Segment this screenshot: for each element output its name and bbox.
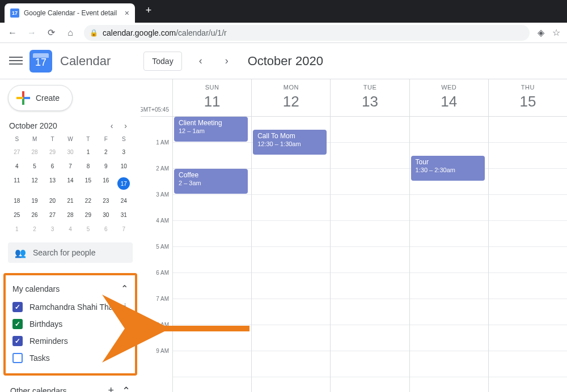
mini-day[interactable]: 29 — [79, 208, 97, 221]
mini-day[interactable]: 11 — [8, 174, 26, 193]
mini-day[interactable]: 17 — [115, 174, 133, 193]
day-header[interactable]: SUN11 — [172, 79, 251, 116]
mini-day[interactable]: 19 — [26, 194, 43, 207]
calendar-grid: GMT+05:45 SUN11MON12TUE13WED14THU15 1 AM… — [141, 79, 567, 392]
star-icon[interactable]: ☆ — [552, 27, 560, 38]
menu-icon[interactable] — [9, 54, 23, 68]
hour-label: 4 AM — [141, 218, 172, 244]
browser-tab[interactable]: 17 Google Calendar - Event detail × — [5, 3, 135, 23]
calendar-label: Ramchandra Shahi Thakuri — [29, 302, 126, 312]
my-calendars-toggle[interactable]: My calendars ⌃ — [10, 281, 130, 299]
mini-day[interactable]: 16 — [97, 174, 115, 193]
lock-icon: 🔒 — [90, 29, 98, 37]
mini-day[interactable]: 30 — [97, 208, 115, 221]
forward-icon[interactable]: → — [26, 28, 37, 38]
calendar-event[interactable]: Call To Mom12:30 – 1:30am — [253, 130, 327, 155]
calendar-logo-icon: 17 — [29, 50, 52, 73]
event-time: 12:30 – 1:30am — [257, 140, 322, 147]
sidebar: Create October 2020 ‹ › SMTWTFS272829301… — [0, 79, 141, 392]
calendar-item[interactable]: Reminders — [10, 333, 130, 350]
mini-day[interactable]: 9 — [97, 160, 115, 173]
mini-day[interactable]: 22 — [79, 194, 97, 207]
search-people-input[interactable]: 👥 Search for people — [8, 242, 133, 263]
people-icon: 👥 — [15, 248, 26, 258]
new-tab-button[interactable]: + — [141, 2, 156, 18]
mini-day[interactable]: 2 — [97, 146, 115, 159]
mini-day[interactable]: 31 — [115, 208, 133, 221]
calendar-event[interactable]: Coffee2 – 3am — [174, 169, 248, 194]
mini-day[interactable]: 4 — [61, 223, 79, 236]
calendar-event[interactable]: Tour1:30 – 2:30am — [411, 156, 485, 181]
mini-next-icon[interactable]: › — [120, 119, 132, 133]
calendar-checkbox[interactable] — [12, 353, 23, 363]
day-name: THU — [489, 84, 567, 91]
prev-period-icon[interactable]: ‹ — [193, 52, 208, 70]
mini-day[interactable]: 8 — [79, 160, 97, 173]
hour-label: 7 AM — [141, 296, 172, 322]
calendar-checkbox[interactable] — [12, 319, 23, 329]
extension-icon[interactable]: ◈ — [538, 27, 544, 38]
chevron-up-icon[interactable]: ⌃ — [122, 385, 130, 392]
mini-day[interactable]: 20 — [44, 194, 61, 207]
mini-day[interactable]: 7 — [115, 223, 133, 236]
day-column[interactable] — [488, 117, 567, 392]
mini-day[interactable]: 23 — [97, 194, 115, 207]
address-bar[interactable]: 🔒 calendar.google.com/calendar/u/1/r — [84, 25, 530, 41]
day-number: 15 — [489, 93, 567, 110]
mini-day[interactable]: 2 — [26, 223, 43, 236]
day-header[interactable]: MON12 — [251, 79, 330, 116]
create-button[interactable]: Create — [8, 85, 73, 111]
day-column[interactable]: Tour1:30 – 2:30am — [409, 117, 488, 392]
mini-day[interactable]: 1 — [79, 146, 97, 159]
close-icon[interactable]: × — [125, 8, 129, 18]
add-calendar-icon[interactable]: + — [108, 385, 114, 392]
today-button[interactable]: Today — [143, 52, 181, 71]
calendar-item[interactable]: Ramchandra Shahi Thakuri — [10, 299, 130, 316]
mini-day[interactable]: 6 — [44, 160, 61, 173]
mini-day[interactable]: 29 — [44, 146, 61, 159]
mini-day[interactable]: 14 — [61, 174, 79, 193]
mini-day[interactable]: 3 — [44, 223, 61, 236]
mini-day[interactable]: 27 — [8, 146, 26, 159]
calendar-item[interactable]: Birthdays — [10, 316, 130, 333]
calendar-checkbox[interactable] — [12, 336, 23, 346]
mini-day[interactable]: 12 — [26, 174, 43, 193]
mini-day[interactable]: 25 — [8, 208, 26, 221]
mini-prev-icon[interactable]: ‹ — [106, 119, 118, 133]
mini-day[interactable]: 24 — [115, 194, 133, 207]
mini-day[interactable]: 13 — [44, 174, 61, 193]
mini-day[interactable]: 30 — [61, 146, 79, 159]
mini-day[interactable]: 28 — [26, 146, 43, 159]
day-header[interactable]: TUE13 — [330, 79, 409, 116]
mini-day[interactable]: 10 — [115, 160, 133, 173]
mini-day[interactable]: 21 — [61, 194, 79, 207]
day-header[interactable]: WED14 — [409, 79, 488, 116]
mini-day[interactable]: 6 — [97, 223, 115, 236]
calendar-checkbox[interactable] — [12, 302, 23, 312]
mini-day[interactable]: 1 — [8, 223, 26, 236]
day-column[interactable]: Client Meeting12 – 1amCoffee2 – 3am — [172, 117, 251, 392]
day-header[interactable]: THU15 — [488, 79, 567, 116]
mini-day[interactable]: 28 — [61, 208, 79, 221]
mini-day[interactable]: 7 — [61, 160, 79, 173]
current-period: October 2020 — [248, 54, 323, 69]
calendar-event[interactable]: Client Meeting12 – 1am — [174, 117, 248, 142]
mini-day[interactable]: 4 — [8, 160, 26, 173]
mini-day[interactable]: 15 — [79, 174, 97, 193]
home-icon[interactable]: ⌂ — [65, 28, 76, 38]
calendar-label: Birthdays — [29, 319, 62, 329]
day-column[interactable]: Call To Mom12:30 – 1:30am — [251, 117, 330, 392]
mini-day[interactable]: 18 — [8, 194, 26, 207]
mini-day[interactable]: 27 — [44, 208, 61, 221]
back-icon[interactable]: ← — [7, 28, 18, 38]
day-number: 11 — [173, 93, 251, 110]
calendar-item[interactable]: Tasks — [10, 350, 130, 367]
mini-day[interactable]: 5 — [26, 160, 43, 173]
mini-day[interactable]: 26 — [26, 208, 43, 221]
next-period-icon[interactable]: › — [219, 52, 234, 70]
day-column[interactable] — [330, 117, 409, 392]
mini-day[interactable]: 5 — [79, 223, 97, 236]
mini-calendar[interactable]: SMTWTFS272829301234567891011121314151617… — [8, 134, 133, 236]
mini-day[interactable]: 3 — [115, 146, 133, 159]
reload-icon[interactable]: ⟳ — [45, 27, 57, 38]
